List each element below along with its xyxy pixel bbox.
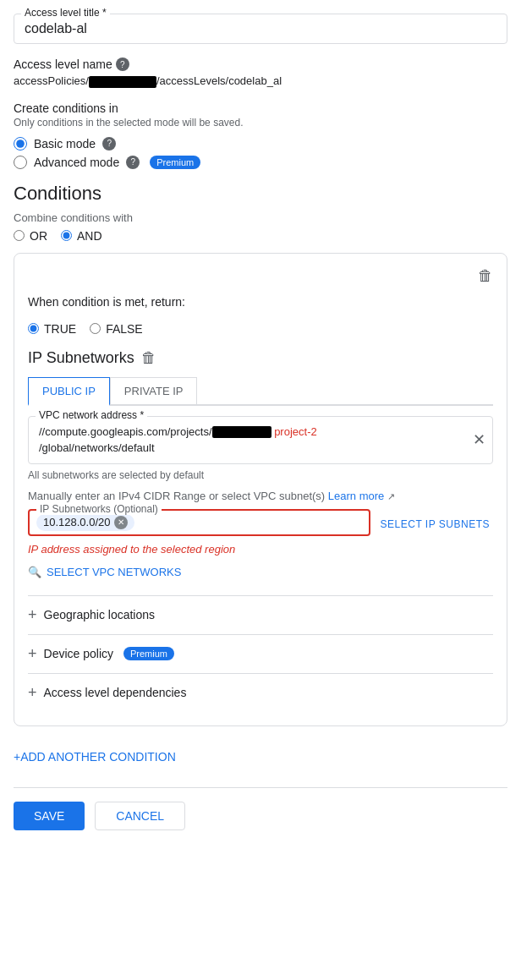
- when-label: When condition is met, return:: [28, 295, 185, 309]
- ip-subnetworks-title: IP Subnetworks: [28, 349, 134, 367]
- geo-locations-label: Geographic locations: [44, 608, 156, 621]
- device-policy-plus-icon: +: [28, 645, 37, 663]
- tab-row: PUBLIC IP PRIVATE IP: [28, 377, 493, 406]
- ip-chip: 10.128.0.0/20 ✕: [36, 514, 134, 531]
- cancel-button[interactable]: CANCEL: [95, 802, 185, 830]
- return-true-radio[interactable]: [28, 323, 39, 334]
- vpc-value: //compute.googleapis.com/projects/ proje…: [39, 424, 482, 457]
- access-level-deps-plus-icon: +: [28, 684, 37, 702]
- ip-subnets-label: IP Subnetworks (Optional): [36, 503, 162, 515]
- geo-locations-section[interactable]: + Geographic locations: [28, 595, 493, 634]
- enter-cidr-text: Manually enter an IPv4 CIDR Range or sel…: [28, 490, 493, 502]
- advanced-mode-radio[interactable]: [14, 156, 27, 169]
- chip-close-icon[interactable]: ✕: [114, 516, 128, 529]
- access-level-title-input[interactable]: [25, 21, 496, 36]
- combine-options: OR AND: [14, 229, 507, 243]
- and-radio[interactable]: [61, 230, 72, 241]
- return-options: TRUE FALSE: [28, 322, 493, 336]
- basic-mode-label: Basic mode: [34, 137, 96, 151]
- page-container: Access level title * Access level name ?…: [14, 14, 507, 830]
- ip-assigned-text: IP address assigned to the selected regi…: [28, 543, 493, 556]
- access-level-title-group: Access level title *: [14, 14, 507, 44]
- name-redacted: [89, 76, 156, 88]
- access-level-deps-label: Access level dependencies: [44, 686, 187, 699]
- combine-label: Combine conditions with: [14, 211, 507, 224]
- advanced-mode-option[interactable]: Advanced mode ? Premium: [14, 156, 507, 169]
- bottom-buttons: SAVE CANCEL: [14, 787, 507, 830]
- and-label: AND: [77, 229, 102, 243]
- condition-card: 🗑 When condition is met, return: TRUE FA…: [14, 253, 507, 726]
- true-label: TRUE: [44, 322, 76, 336]
- select-ip-subnets-button[interactable]: SELECT IP SUBNETS: [377, 515, 493, 534]
- access-level-name-value: accessPolicies//accessLevels/codelab_al: [14, 74, 507, 88]
- return-row: When condition is met, return:: [28, 295, 493, 309]
- vpc-project-label: project-2: [274, 425, 317, 438]
- basic-mode-help-icon[interactable]: ?: [102, 137, 116, 151]
- and-option[interactable]: AND: [61, 229, 102, 243]
- vpc-field-wrapper: VPC network address * //compute.googleap…: [28, 416, 493, 464]
- condition-card-header: 🗑: [28, 267, 493, 285]
- access-level-name-help-icon[interactable]: ?: [116, 57, 129, 71]
- vpc-close-icon[interactable]: ✕: [473, 430, 485, 449]
- save-button[interactable]: SAVE: [14, 802, 85, 830]
- basic-mode-option[interactable]: Basic mode ?: [14, 137, 507, 151]
- true-option[interactable]: TRUE: [28, 322, 76, 336]
- conditions-title: Conditions: [14, 183, 507, 205]
- device-policy-premium-badge: Premium: [123, 647, 174, 660]
- access-level-name-group: Access level name ? accessPolicies//acce…: [14, 57, 507, 88]
- external-link-icon: ↗: [387, 491, 395, 501]
- learn-more-link[interactable]: Learn more: [328, 490, 384, 502]
- advanced-mode-label: Advanced mode: [34, 156, 119, 169]
- advanced-mode-help-icon[interactable]: ?: [126, 156, 140, 169]
- vpc-field-label: VPC network address *: [36, 409, 147, 421]
- or-label: OR: [30, 229, 47, 243]
- false-option[interactable]: FALSE: [90, 322, 143, 336]
- device-policy-label: Device policy: [44, 647, 113, 660]
- create-conditions-group: Create conditions in Only conditions in …: [14, 101, 507, 169]
- title-label: Access level title *: [21, 7, 110, 19]
- vpc-redacted: [212, 426, 271, 438]
- access-level-name-label: Access level name ?: [14, 57, 507, 71]
- conditions-section: Conditions Combine conditions with OR AN…: [14, 183, 507, 774]
- or-radio[interactable]: [14, 230, 25, 241]
- create-conditions-label: Create conditions in: [14, 101, 507, 115]
- create-conditions-desc: Only conditions in the selected mode wil…: [14, 117, 507, 129]
- access-level-deps-section[interactable]: + Access level dependencies: [28, 673, 493, 712]
- false-label: FALSE: [106, 322, 143, 336]
- all-subnetworks-text: All subnetworks are selected by default: [28, 469, 493, 481]
- basic-mode-radio[interactable]: [14, 137, 27, 151]
- device-policy-section[interactable]: + Device policy Premium: [28, 634, 493, 673]
- ip-chips-area: 10.128.0.0/20 ✕: [36, 514, 134, 531]
- ip-subnetworks-input: IP Subnetworks (Optional) 10.128.0.0/20 …: [28, 509, 370, 536]
- advanced-mode-premium-badge: Premium: [150, 156, 200, 169]
- ip-subnetworks-header: IP Subnetworks 🗑: [28, 349, 493, 367]
- select-vpc-networks-link[interactable]: 🔍 SELECT VPC NETWORKS: [28, 566, 493, 578]
- add-condition-link[interactable]: +ADD ANOTHER CONDITION: [14, 740, 507, 774]
- title-input-wrapper: Access level title *: [14, 14, 507, 44]
- tab-public-ip[interactable]: PUBLIC IP: [28, 377, 110, 406]
- or-option[interactable]: OR: [14, 229, 47, 243]
- delete-ip-subnetworks-icon[interactable]: 🗑: [141, 349, 156, 367]
- tab-private-ip[interactable]: PRIVATE IP: [110, 377, 198, 404]
- delete-condition-icon[interactable]: 🗑: [478, 267, 493, 285]
- search-icon: 🔍: [28, 566, 41, 578]
- geo-locations-plus-icon: +: [28, 606, 37, 624]
- return-false-radio[interactable]: [90, 323, 101, 334]
